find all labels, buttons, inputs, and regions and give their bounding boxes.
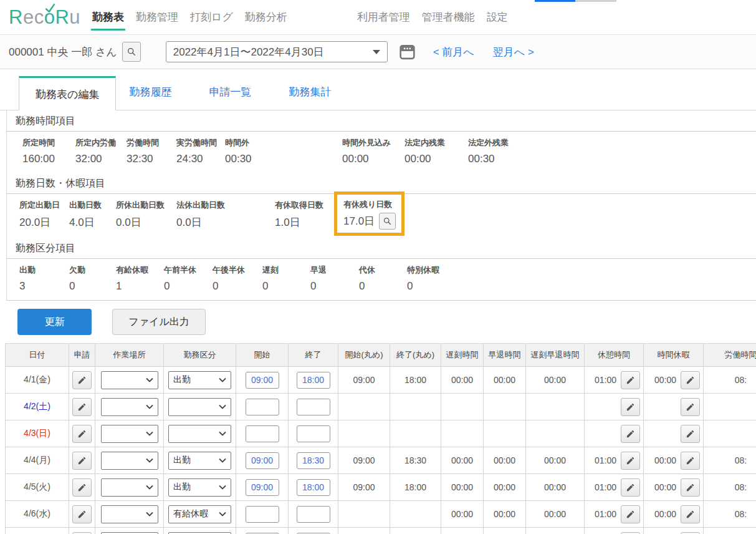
stat-label: 法定外残業 [468, 137, 530, 148]
tab-request-list[interactable]: 申請一覧 [209, 85, 251, 99]
hourly-leave-edit-button[interactable] [681, 398, 700, 416]
nav-item-timesheet[interactable]: 勤務表 [92, 0, 124, 35]
worktype-stats: 出勤3 欠勤0 有給休暇1 午前半休0 午後半休0 遅刻0 早退0 代休0 特別… [7, 259, 756, 300]
start-time-input[interactable] [246, 479, 279, 496]
remaining-leave-search-button[interactable] [379, 213, 396, 230]
end-time-input[interactable] [297, 506, 330, 523]
start-time-input[interactable] [246, 399, 279, 415]
chevron-down-icon [146, 431, 153, 436]
column-header: 休憩時間 [585, 344, 644, 367]
loading-progress-bar [535, 0, 575, 2]
hourly-leave-edit-button[interactable] [681, 452, 700, 470]
workplace-select[interactable] [101, 452, 158, 470]
column-header: 遅刻早退時間 [526, 344, 585, 367]
stat-item: 欠勤0 [69, 265, 116, 293]
nav-item-work-management[interactable]: 勤務管理 [136, 0, 178, 35]
period-select[interactable]: 2022年4月1日〜2022年4月30日 [166, 41, 388, 62]
break-edit-button[interactable] [621, 452, 640, 470]
start-time-input[interactable] [246, 372, 279, 389]
pencil-icon [77, 483, 87, 492]
table-row: 4/6(水) 有給休暇 00:00 00:00 00:00 01:00 00:0… [6, 501, 756, 528]
user-search-button[interactable] [122, 42, 141, 62]
stat-label: 実労働時間 [176, 137, 225, 148]
tab-bar: 勤務表の編集 勤務履歴 申請一覧 勤務集計 [0, 69, 756, 110]
break-edit-button[interactable] [621, 398, 640, 416]
early-leave-time: 00:00 [484, 447, 526, 474]
tab-work-history[interactable]: 勤務履歴 [129, 85, 171, 99]
period-value: 2022年4月1日〜2022年4月30日 [173, 45, 324, 59]
end-time-input[interactable] [297, 425, 330, 442]
nav-item-user-management[interactable]: 利用者管理 [357, 0, 410, 35]
calendar-button[interactable] [399, 44, 416, 60]
workplace-select[interactable] [101, 478, 158, 497]
workplace-select[interactable] [101, 371, 158, 389]
hourly-leave-edit-button[interactable] [681, 478, 700, 497]
workplace-select[interactable] [101, 532, 158, 534]
nav-item-punch-log[interactable]: 打刻ログ [190, 0, 233, 35]
labor-time: 08: [704, 501, 756, 528]
break-edit-button[interactable] [621, 532, 640, 534]
hourly-leave-edit-button[interactable] [681, 425, 700, 443]
end-time-input[interactable] [297, 372, 330, 389]
stat-item: 法休出勤日数0.0日 [176, 200, 275, 230]
early-leave-time [484, 394, 526, 420]
end-time-input[interactable] [297, 452, 330, 469]
file-export-button[interactable]: ファイル出力 [112, 309, 206, 335]
start-time-input[interactable] [246, 452, 279, 469]
stat-value: 17.0日 [343, 214, 375, 228]
stat-item: 早退0 [310, 265, 359, 293]
tab-timesheet-edit[interactable]: 勤務表の編集 [19, 76, 116, 110]
column-header: 作業場所 [95, 344, 164, 367]
magnifier-icon [127, 47, 136, 57]
workplace-select[interactable] [101, 398, 158, 416]
nav-item-work-analysis[interactable]: 勤務分析 [245, 0, 287, 35]
end-time-input[interactable] [297, 479, 330, 496]
break-edit-button[interactable] [621, 425, 640, 443]
hourly-leave-edit-button[interactable] [681, 505, 700, 523]
start-time-input[interactable] [246, 425, 279, 442]
stat-value: 1.0日 [275, 215, 334, 230]
worktype-select[interactable]: 出勤 [168, 371, 231, 389]
stat-value: 00:30 [225, 153, 342, 165]
worktype-select[interactable]: 有給休暇 [168, 505, 231, 523]
pencil-icon [686, 402, 695, 412]
stat-item: 出勤日数4.0日 [69, 200, 116, 230]
stat-item: 所定内労働32:00 [75, 137, 127, 165]
nav-item-settings[interactable]: 設定 [487, 0, 508, 35]
prev-month-link[interactable]: < 前月へ [433, 45, 474, 59]
start-time-input[interactable] [246, 506, 279, 523]
end-time-input[interactable] [297, 399, 330, 415]
apply-edit-button[interactable] [72, 478, 92, 497]
apply-edit-button[interactable] [72, 505, 92, 523]
recoru-logo[interactable]: RecoRu [9, 7, 80, 27]
action-buttons: 更新 ファイル出力 [17, 309, 756, 335]
worktype-select[interactable] [168, 425, 231, 443]
apply-edit-button[interactable] [72, 532, 92, 534]
break-edit-button[interactable] [621, 505, 640, 523]
worktype-select[interactable] [168, 398, 231, 416]
worktype-select[interactable]: 出勤 [168, 452, 231, 470]
break-edit-button[interactable] [621, 478, 640, 497]
nav-item-admin-functions[interactable]: 管理者機能 [422, 0, 475, 35]
stat-label: 労働時間 [127, 137, 176, 148]
next-month-link[interactable]: 翌月へ > [493, 45, 534, 59]
worktype-select[interactable]: 出勤 [168, 478, 231, 497]
stat-item: 法定外残業00:30 [468, 137, 530, 165]
hourly-leave-edit-button[interactable] [681, 371, 700, 389]
worktype-select[interactable] [168, 532, 231, 534]
pencil-icon [77, 456, 87, 465]
update-button[interactable]: 更新 [17, 309, 92, 335]
column-header: 日付 [6, 344, 69, 367]
column-header: 早退時間 [484, 344, 526, 367]
apply-edit-button[interactable] [72, 371, 92, 389]
workplace-select[interactable] [101, 425, 158, 443]
apply-edit-button[interactable] [72, 398, 92, 416]
stat-item: 労働時間32:30 [127, 137, 176, 165]
apply-edit-button[interactable] [72, 452, 92, 470]
tab-work-totals[interactable]: 勤務集計 [289, 85, 331, 99]
hourly-leave-edit-button[interactable] [681, 532, 700, 534]
workplace-select[interactable] [101, 505, 158, 523]
break-edit-button[interactable] [621, 371, 640, 389]
user-name: 000001 中央 一郎 さん [9, 45, 117, 59]
apply-edit-button[interactable] [72, 425, 92, 443]
